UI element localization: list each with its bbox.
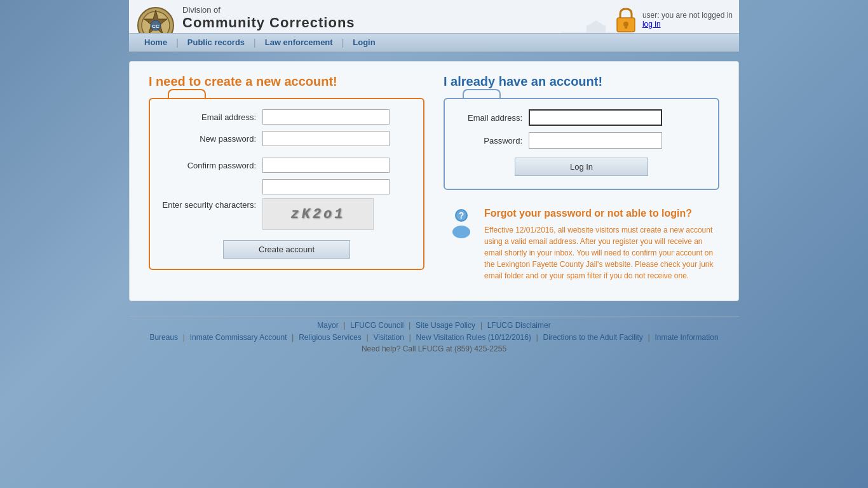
footer-links-bottom: Bureaus | Inmate Commissary Account | Re… bbox=[129, 332, 739, 342]
already-account-title: I already have an account! bbox=[444, 74, 719, 89]
footer-disclaimer[interactable]: LFUCG Disclaimer bbox=[487, 321, 551, 330]
login-email-row: Email address: bbox=[452, 109, 710, 126]
footer: Mayor | LFUCG Council | Site Usage Polic… bbox=[129, 311, 739, 356]
login-section: Email address: Password: Log In bbox=[444, 98, 719, 190]
user-info: user: you are not logged in log in bbox=[642, 11, 733, 29]
footer-bureaus[interactable]: Bureaus bbox=[149, 333, 178, 342]
forgot-section: ? Forgot your password or not able to lo… bbox=[444, 201, 719, 288]
login-link[interactable]: log in bbox=[642, 20, 661, 29]
nav-home[interactable]: Home bbox=[135, 34, 176, 51]
footer-inmate-info[interactable]: Inmate Information bbox=[655, 333, 719, 342]
login-email-label: Email address: bbox=[452, 113, 529, 123]
footer-commissary[interactable]: Inmate Commissary Account bbox=[190, 333, 287, 342]
nav-bar: Home | Public records | Law enforcement … bbox=[129, 33, 739, 51]
new-email-input[interactable] bbox=[262, 109, 390, 125]
two-col: I need to create a new account! Email ad… bbox=[149, 74, 719, 288]
login-button[interactable]: Log In bbox=[515, 158, 648, 176]
help-icon: ? bbox=[446, 208, 477, 238]
division-label: Division of bbox=[182, 5, 355, 15]
confirm-password-row: Confirm password: bbox=[158, 158, 416, 173]
new-password-label: New password: bbox=[158, 134, 262, 144]
main-wrapper: I need to create a new account! Email ad… bbox=[129, 61, 739, 301]
confirm-password-label: Confirm password: bbox=[158, 161, 262, 170]
create-account-button[interactable]: Create account bbox=[223, 240, 350, 259]
footer-links-top: Mayor | LFUCG Council | Site Usage Polic… bbox=[129, 316, 739, 330]
tab-decoration-right bbox=[463, 89, 501, 98]
forgot-body: Effective 12/01/2016, all website visito… bbox=[484, 224, 717, 281]
footer-site-usage[interactable]: Site Usage Policy bbox=[416, 321, 475, 330]
footer-religious[interactable]: Religious Services bbox=[299, 333, 362, 342]
nav-public-records[interactable]: Public records bbox=[179, 34, 254, 51]
login-password-input[interactable] bbox=[529, 132, 662, 149]
right-col: I already have an account! Email address… bbox=[444, 74, 719, 288]
confirm-password-input[interactable] bbox=[262, 158, 390, 173]
login-password-row: Password: bbox=[452, 132, 710, 149]
main-card: I need to create a new account! Email ad… bbox=[129, 61, 739, 301]
lock-icon bbox=[614, 6, 637, 33]
footer-new-visitation[interactable]: New Visitation Rules (10/12/2016) bbox=[416, 333, 531, 342]
svg-rect-14 bbox=[625, 24, 627, 29]
new-password-input[interactable] bbox=[262, 131, 390, 146]
create-form-wrapper: Email address: New password: Confirm pas… bbox=[149, 98, 424, 270]
email-row: Email address: bbox=[158, 109, 416, 125]
left-col: I need to create a new account! Email ad… bbox=[149, 74, 424, 288]
svg-marker-11 bbox=[587, 20, 606, 27]
header-right: user: you are not logged in log in bbox=[614, 6, 733, 33]
login-form-wrapper: Email address: Password: Log In bbox=[444, 98, 719, 190]
email-label: Email address: bbox=[158, 112, 262, 122]
nav-login[interactable]: Login bbox=[344, 34, 384, 51]
footer-help: Need help? Call LFUCG at (859) 425-2255 bbox=[129, 344, 739, 353]
forgot-title: Forgot your password or not able to logi… bbox=[484, 208, 717, 219]
create-form-section: Email address: New password: Confirm pas… bbox=[149, 98, 424, 270]
create-account-title: I need to create a new account! bbox=[149, 74, 424, 89]
new-password-row: New password: bbox=[158, 131, 416, 146]
login-password-label: Password: bbox=[452, 136, 529, 146]
captcha-row: Enter security characters: zK2o1 bbox=[158, 179, 416, 230]
svg-point-18 bbox=[452, 226, 470, 238]
forgot-text: Forgot your password or not able to logi… bbox=[484, 208, 717, 281]
svg-text:?: ? bbox=[459, 210, 465, 220]
footer-lfucg-council[interactable]: LFUCG Council bbox=[350, 321, 403, 330]
security-label: Enter security characters: bbox=[158, 200, 262, 210]
footer-mayor[interactable]: Mayor bbox=[317, 321, 338, 330]
user-status: user: you are not logged in bbox=[642, 11, 733, 20]
header: CC Division of Community Corrections LFU… bbox=[129, 0, 739, 51]
captcha-image: zK2o1 bbox=[262, 198, 374, 230]
footer-directions[interactable]: Directions to the Adult Facility bbox=[543, 333, 642, 342]
captcha-right: zK2o1 bbox=[262, 179, 390, 230]
footer-visitation[interactable]: Visitation bbox=[373, 333, 403, 342]
tab-decoration-left bbox=[168, 89, 206, 98]
login-email-input[interactable] bbox=[529, 109, 662, 126]
org-name: Community Corrections bbox=[182, 15, 355, 31]
captcha-input[interactable] bbox=[262, 179, 390, 194]
nav-law-enforcement[interactable]: Law enforcement bbox=[256, 34, 342, 51]
svg-text:CC: CC bbox=[152, 24, 159, 29]
